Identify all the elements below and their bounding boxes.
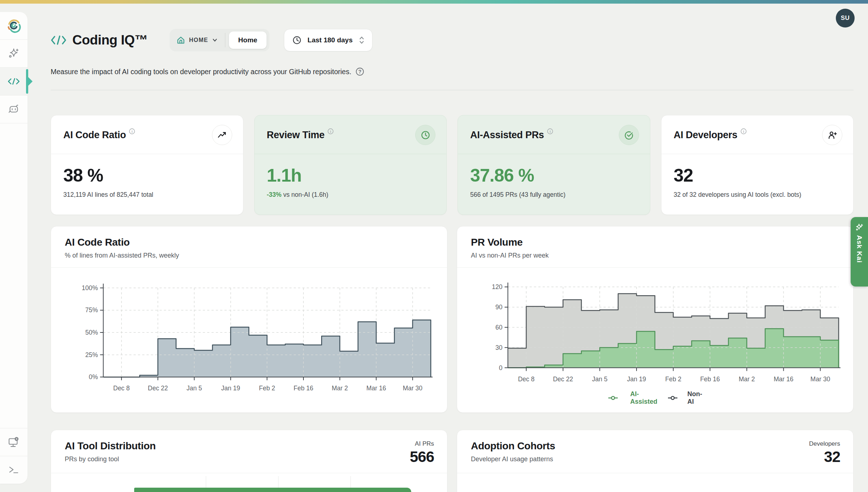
info-icon[interactable]: i: [547, 128, 553, 135]
svg-text:0%: 0%: [89, 373, 98, 381]
svg-text:Mar 30: Mar 30: [403, 385, 423, 392]
help-icon[interactable]: ?: [356, 67, 364, 76]
kpi-value: 38 %: [63, 165, 231, 186]
stat-value: 566: [410, 448, 434, 466]
legend-item[interactable]: AI-Assisted: [608, 390, 657, 406]
clock-icon: [292, 35, 302, 45]
kpi-subtext: 312,119 AI lines of 825,447 total: [63, 191, 231, 199]
card-subtitle: Developer AI usage patterns: [471, 455, 555, 463]
sidebar-item-bot[interactable]: [0, 96, 27, 123]
kpi-title: Review Time: [267, 130, 325, 141]
sidebar-spacer: [0, 123, 27, 428]
chart-card-ai-code-ratio: AI Code Ratio % of lines from AI-assiste…: [51, 226, 447, 413]
svg-text:30: 30: [495, 344, 503, 351]
stat-label: AI PRs: [410, 440, 434, 448]
info-icon[interactable]: i: [129, 128, 135, 135]
home-icon: [176, 35, 186, 45]
page-subtitle-row: Measure the impact of AI coding tools on…: [51, 67, 854, 76]
sidebar: [0, 12, 27, 484]
stat-value: 32: [809, 448, 840, 466]
app-logo-icon: [6, 18, 22, 34]
svg-text:Feb 16: Feb 16: [700, 376, 720, 383]
chart-title: PR Volume: [471, 237, 840, 248]
title-group: Coding IQ™: [51, 33, 148, 48]
sidebar-item-ai-sparkle[interactable]: [0, 40, 27, 67]
chart-legend: AI-Assisted Non-AI: [457, 390, 853, 406]
kpi-card-ai-code-ratio: AI Code Ratio i 38 % 312,119 AI lines of…: [51, 115, 243, 215]
svg-text:Dec 8: Dec 8: [113, 385, 130, 392]
card-ai-tool-distribution: AI Tool Distribution PRs by coding tool …: [51, 430, 447, 492]
kpi-row: AI Code Ratio i 38 % 312,119 AI lines of…: [51, 115, 854, 215]
kpi-subtext: 566 of 1495 PRs (43 fully agentic): [470, 191, 638, 199]
svg-text:Jan 19: Jan 19: [627, 376, 646, 383]
legend-item[interactable]: Non-AI: [668, 390, 702, 406]
svg-text:Jan 5: Jan 5: [187, 385, 202, 392]
home-section-dropdown[interactable]: HOME: [176, 35, 221, 45]
svg-text:Mar 30: Mar 30: [810, 376, 830, 383]
monitor-gear-icon: [7, 435, 21, 449]
user-plus-icon: [822, 125, 842, 145]
clock-icon: [415, 125, 435, 145]
ask-kai-button[interactable]: Ask Kai: [851, 217, 868, 287]
svg-text:Jan 5: Jan 5: [592, 376, 608, 383]
card-adoption-cohorts: Adoption Cohorts Developer AI usage patt…: [457, 430, 854, 492]
svg-text:Jan 19: Jan 19: [221, 385, 240, 392]
svg-text:75%: 75%: [85, 306, 98, 314]
kpi-subtext: 32 of 32 developers using AI tools (excl…: [674, 191, 841, 199]
svg-text:Dec 22: Dec 22: [148, 385, 168, 392]
tool-distribution-chart-partial: Copilot: [51, 473, 447, 492]
svg-text:Mar 16: Mar 16: [774, 376, 793, 383]
charts-row: AI Code Ratio % of lines from AI-assiste…: [51, 226, 854, 413]
bottom-row: AI Tool Distribution PRs by coding tool …: [51, 430, 854, 492]
step-area-chart: 0%25%50%75%100%Dec 8Dec 22Jan 5Jan 19Feb…: [51, 268, 447, 410]
ask-kai-label: Ask Kai: [855, 235, 863, 263]
check-circle-icon: [619, 125, 639, 145]
page-title: Coding IQ™: [72, 33, 148, 48]
legend-label: Non-AI: [688, 390, 702, 406]
svg-text:120: 120: [492, 283, 502, 290]
legend-marker-icon: [668, 395, 684, 400]
chevrons-up-down-icon: [358, 35, 365, 45]
svg-text:Mar 2: Mar 2: [739, 376, 755, 383]
info-icon[interactable]: i: [740, 128, 747, 135]
svg-text:Feb 2: Feb 2: [665, 376, 681, 383]
svg-text:50%: 50%: [85, 329, 98, 336]
info-icon[interactable]: i: [327, 128, 334, 135]
sidebar-item-terminal[interactable]: [0, 456, 27, 484]
step-area-chart: 0306090120Dec 8Dec 22Jan 5Jan 19Feb 2Feb…: [457, 268, 853, 411]
sidebar-item-system-monitor[interactable]: [0, 428, 27, 456]
svg-text:Feb 16: Feb 16: [294, 385, 313, 392]
sidebar-item-coding-iq[interactable]: [0, 68, 27, 95]
chart-subtitle: % of lines from AI-assisted PRs, weekly: [65, 252, 434, 259]
sidebar-item-logo[interactable]: [0, 12, 27, 39]
code-icon: [7, 75, 21, 88]
trending-up-icon: [212, 125, 232, 145]
code-icon: [51, 33, 67, 47]
time-range-selector[interactable]: Last 180 days: [284, 29, 373, 51]
tab-home[interactable]: Home: [229, 31, 267, 49]
chart-card-pr-volume: PR Volume AI vs non-AI PRs per week 0306…: [457, 226, 854, 413]
card-subtitle: PRs by coding tool: [65, 455, 156, 463]
card-title: AI Tool Distribution: [65, 440, 156, 452]
content-divider: [51, 90, 854, 90]
home-section-label: HOME: [189, 37, 208, 43]
legend-marker-icon: [608, 395, 627, 400]
pr-volume-chart: 0306090120Dec 8Dec 22Jan 5Jan 19Feb 2Feb…: [457, 268, 853, 411]
svg-text:100%: 100%: [82, 284, 98, 292]
page-header: Coding IQ™ HOME Home Last 180 days: [51, 29, 854, 51]
kpi-card-ai-developers: AI Developers i 32 32 of 32 developers u…: [661, 115, 854, 215]
svg-text:Dec 22: Dec 22: [553, 376, 573, 383]
svg-text:i: i: [743, 129, 744, 133]
chevron-down-icon: [212, 37, 218, 43]
kpi-card-ai-assisted-prs: AI-Assisted PRs i 37.86 % 566 of 1495 PR…: [458, 115, 650, 215]
bar-copilot: [134, 488, 411, 492]
svg-text:Mar 2: Mar 2: [332, 385, 348, 392]
user-avatar[interactable]: SU: [836, 9, 855, 27]
svg-text:i: i: [132, 129, 133, 133]
kpi-card-review-time: Review Time i 1.1h -33% vs non-AI (1.6h): [254, 115, 447, 215]
svg-text:0: 0: [499, 364, 502, 372]
svg-text:25%: 25%: [85, 351, 98, 359]
card-title: Adoption Cohorts: [471, 440, 555, 452]
terminal-icon: [7, 463, 21, 477]
ai-code-ratio-chart: 0%25%50%75%100%Dec 8Dec 22Jan 5Jan 19Feb…: [51, 268, 447, 410]
